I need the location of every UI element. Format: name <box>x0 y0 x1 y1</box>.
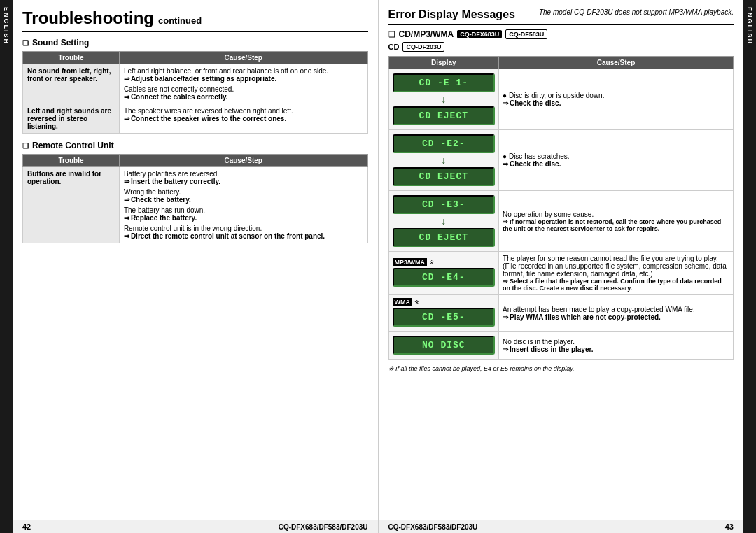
error-display-cell: WMA ※ CD -E5- <box>388 295 499 332</box>
mp3-wma-tag: MP3/WMA <box>393 258 428 266</box>
footnote: ※ If all the files cannot be played, E4 … <box>388 365 734 372</box>
cause-action: If normal operation is not restored, cal… <box>503 218 729 232</box>
cd-mp3-wma-label: CD/MP3/WMA <box>399 29 454 39</box>
cause-item: The speaker wires are reversed between r… <box>124 107 363 115</box>
error-display-cell: CD -E3- ↓ CD EJECT <box>388 191 499 252</box>
remote-cause-header: Cause/Step <box>119 155 368 167</box>
lcd-e1-top: CD -E 1- <box>393 73 496 92</box>
pages-container: Troubleshooting continued Sound Setting … <box>13 0 743 520</box>
badge-dfx683: CQ-DFX683U <box>457 30 502 38</box>
error-row-e2: CD -E2- ↓ CD EJECT ● Disc has scratches.… <box>388 130 734 191</box>
remote-trouble-header: Trouble <box>23 155 120 167</box>
cause-cell: Battery polarities are reversed. Insert … <box>119 167 368 243</box>
left-side-tab: ENGLISH <box>0 0 13 533</box>
cause-action: Replace the battery. <box>124 214 363 222</box>
section-bullet: ❑ <box>388 30 396 39</box>
cause-item: The battery has run down. <box>124 206 363 214</box>
sound-setting-heading: Sound Setting <box>22 38 368 48</box>
cause-action: Insert discs in the player. <box>503 346 729 353</box>
lcd-e3-top: CD -E3- <box>393 195 496 214</box>
cause-action: Check the battery. <box>124 196 363 204</box>
footer-right: CQ-DFX683/DF583/DF203U 43 <box>379 520 744 533</box>
cause-text: No operation by some cause. <box>503 211 729 218</box>
cause-action: Play WMA files which are not copy-protec… <box>503 313 729 321</box>
error-row-e3: CD -E3- ↓ CD EJECT No operation by some … <box>388 191 734 252</box>
lcd-nodisc: NO DISC <box>393 336 496 355</box>
cause-action: Connect the cables correctly. <box>124 93 363 101</box>
lcd-arrow: ↓ <box>393 94 496 105</box>
error-row-e4: MP3/WMA ※ CD -E4- The player for some re… <box>388 252 734 295</box>
error-display-cell: MP3/WMA ※ CD -E4- <box>388 252 499 295</box>
remote-control-table: Trouble Cause/Step Buttons are invalid f… <box>22 154 368 243</box>
asterisk-mark: ※ <box>414 299 420 306</box>
right-footer-model: CQ-DFX683/DF583/DF203U <box>388 523 478 531</box>
error-cause-cell: The player for some reason cannot read t… <box>499 252 734 295</box>
lcd-e4: CD -E4- <box>393 268 496 287</box>
badge-df203: CQ-DF203U <box>402 42 444 52</box>
page-subtitle: continued <box>158 15 202 26</box>
cause-text: The player for some reason cannot read t… <box>503 255 729 278</box>
cause-text: No disc is in the player. <box>503 338 729 346</box>
error-row-nodisc: NO DISC No disc is in the player. Insert… <box>388 332 734 360</box>
lcd-e2-top: CD -E2- <box>393 134 496 153</box>
asterisk-mark: ※ <box>429 259 435 266</box>
lcd-e1-bottom: CD EJECT <box>393 106 496 125</box>
cause-item: Battery polarities are reversed. <box>124 170 363 178</box>
main-title: Troubleshooting <box>22 8 154 28</box>
error-display-cell: CD -E2- ↓ CD EJECT <box>388 130 499 191</box>
cause-bullet: ● Disc has scratches. <box>503 152 729 160</box>
right-page-num: 43 <box>725 523 734 531</box>
lcd-arrow: ↓ <box>393 155 496 166</box>
display-col-header: Display <box>388 57 499 69</box>
cause-bullet: ● Disc is dirty, or is upside down. <box>503 92 729 99</box>
cause-action: Insert the battery correctly. <box>124 178 363 185</box>
table-row: No sound from left, right, front or rear… <box>23 64 368 104</box>
error-row-e1: CD -E 1- ↓ CD EJECT ● Disc is dirty, or … <box>388 69 734 130</box>
error-display-table: Display Cause/Step CD -E 1- ↓ CD EJECT ●… <box>388 56 734 360</box>
error-cause-cell: No disc is in the player. Insert discs i… <box>499 332 734 360</box>
error-cause-cell: No operation by some cause. If normal op… <box>499 191 734 252</box>
sound-cause-header: Cause/Step <box>119 52 368 64</box>
trouble-cell: Left and right sounds are reversed in st… <box>23 104 120 134</box>
sound-trouble-header: Trouble <box>23 52 120 64</box>
left-footer-model: CQ-DFX683/DF583/DF203U <box>279 523 368 531</box>
left-page-num: 42 <box>22 523 31 531</box>
cause-action: Select a file that the player can read. … <box>503 278 729 292</box>
cause-action: Check the disc. <box>503 160 729 168</box>
main-content: Troubleshooting continued Sound Setting … <box>13 0 743 533</box>
left-tab-english: ENGLISH <box>3 7 10 45</box>
cause-item: Left and right balance, or front and rea… <box>124 67 363 75</box>
cause-cell: Left and right balance, or front and rea… <box>119 64 368 104</box>
sound-setting-table: Trouble Cause/Step No sound from left, r… <box>22 51 368 134</box>
left-page: Troubleshooting continued Sound Setting … <box>13 0 379 520</box>
error-display-title: Error Display Messages <box>388 8 515 21</box>
cause-item: Remote control unit is in the wrong dire… <box>124 225 363 232</box>
error-cause-cell: ● Disc is dirty, or is upside down. Chec… <box>499 69 734 130</box>
right-page: Error Display Messages The model CQ-DF20… <box>379 0 744 520</box>
cd-mp3-wma-header: ❑ CD/MP3/WMA CQ-DFX683U CQ-DF583U <box>388 29 734 39</box>
footer: 42 CQ-DFX683/DF583/DF203U CQ-DFX683/DF58… <box>13 520 743 533</box>
lcd-arrow: ↓ <box>393 215 496 227</box>
cause-action: Connect the speaker wires to the correct… <box>124 115 363 122</box>
table-row: Left and right sounds are reversed in st… <box>23 104 368 134</box>
trouble-cell: No sound from left, right, front or rear… <box>23 64 120 104</box>
trouble-cell: Buttons are invalid for operation. <box>23 167 120 243</box>
cd-subheader: CD CQ-DF203U <box>388 42 734 52</box>
error-display-cell: CD -E 1- ↓ CD EJECT <box>388 69 499 130</box>
cd-label: CD <box>388 43 400 51</box>
cause-action: Direct the remote control unit at sensor… <box>124 232 363 240</box>
cause-cell: The speaker wires are reversed between r… <box>119 104 368 134</box>
error-display-cell: NO DISC <box>388 332 499 360</box>
footer-left: 42 CQ-DFX683/DF583/DF203U <box>13 520 379 533</box>
error-row-e5: WMA ※ CD -E5- An attempt has been made t… <box>388 295 734 332</box>
cause-action: Adjust balance/fader setting as appropri… <box>124 75 363 83</box>
cause-text: An attempt has been made to play a copy-… <box>503 306 729 313</box>
right-side-tab: ENGLISH <box>743 0 756 533</box>
cause-item: Cables are not correctly connected. <box>124 85 363 93</box>
remote-control-heading: Remote Control Unit <box>22 141 368 150</box>
table-row: Buttons are invalid for operation. Batte… <box>23 167 368 243</box>
right-tab-english: ENGLISH <box>746 7 753 45</box>
cause-item: Wrong the battery. <box>124 188 363 196</box>
badge-df583: CQ-DF583U <box>505 29 547 39</box>
left-page-header: Troubleshooting continued <box>22 8 368 32</box>
